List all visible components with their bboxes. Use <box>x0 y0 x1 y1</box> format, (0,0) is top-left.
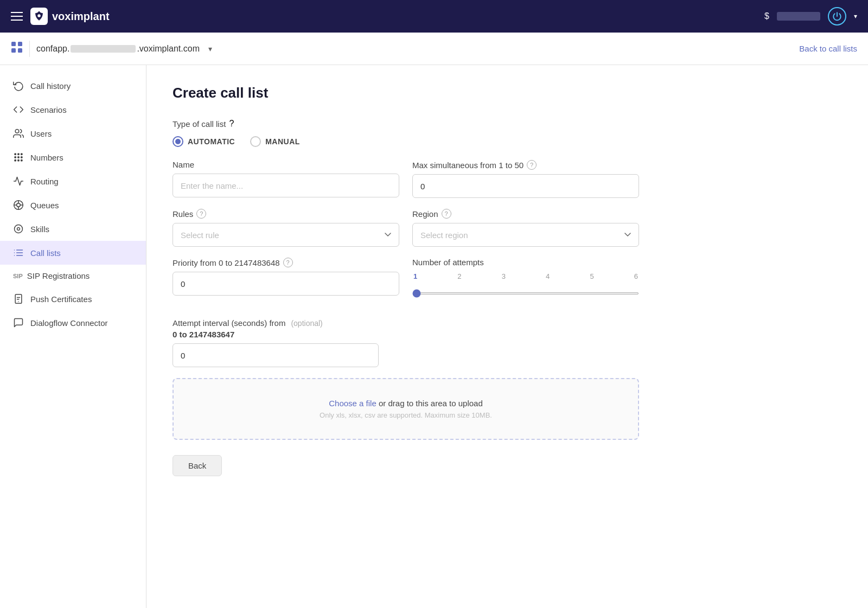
rules-select[interactable]: Select rule <box>173 223 399 247</box>
domain-chevron[interactable]: ▾ <box>208 44 212 53</box>
max-simultaneous-group: Max simultaneous from 1 to 50 ? <box>412 160 639 198</box>
power-button[interactable] <box>828 7 846 25</box>
priority-help-icon[interactable]: ? <box>283 258 293 267</box>
attempts-label-5: 5 <box>590 272 593 280</box>
radio-manual-circle <box>250 136 261 147</box>
sidebar-item-push-certificates[interactable]: Push Certificates <box>0 287 146 311</box>
attempt-interval-label: Attempt interval (seconds) from (optiona… <box>173 318 639 328</box>
svg-rect-3 <box>11 48 16 53</box>
svg-point-6 <box>15 153 16 155</box>
attempt-interval-range: 0 to 2147483647 <box>173 330 639 339</box>
upload-line1-suffix: or drag to this area to upload <box>379 399 483 408</box>
upload-link[interactable]: Choose a file <box>329 399 376 408</box>
attempts-slider-container: 1 2 3 4 5 6 <box>412 272 639 297</box>
svg-rect-4 <box>18 48 22 53</box>
svg-point-9 <box>15 157 16 158</box>
rules-select-wrapper: Select rule <box>173 223 399 247</box>
attempts-field-group: Number of attempts 1 2 3 4 5 6 <box>412 258 639 297</box>
sidebar-label-queues: Queues <box>30 201 59 210</box>
svg-point-5 <box>15 130 19 133</box>
sidebar-item-queues[interactable]: Queues <box>0 193 146 217</box>
sidebar-label-dialogflow: Dialogflow Connector <box>30 318 108 328</box>
rules-help-icon[interactable]: ? <box>196 209 206 219</box>
max-simultaneous-input[interactable] <box>412 174 639 198</box>
attempt-interval-input[interactable] <box>173 343 379 367</box>
header-right: $ ▾ <box>764 7 857 25</box>
sub-header-left: confapp..voximplant.com ▾ <box>11 41 212 57</box>
header-left: voximplant <box>11 8 110 25</box>
menu-icon[interactable] <box>11 12 23 21</box>
upload-area[interactable]: Choose a file or drag to this area to up… <box>173 378 639 440</box>
sidebar-item-sip-registrations[interactable]: SIP SIP Registrations <box>0 265 146 287</box>
attempts-label-1: 1 <box>413 272 417 280</box>
balance-display <box>777 12 820 21</box>
name-input[interactable] <box>173 174 399 197</box>
logo-icon <box>30 8 48 25</box>
main-content: Create call list Type of call list ? AUT… <box>146 65 868 608</box>
priority-input[interactable] <box>173 272 399 296</box>
svg-point-21 <box>15 225 23 233</box>
svg-rect-29 <box>15 295 22 304</box>
region-field-group: Region ? Select region <box>412 209 639 247</box>
type-help-icon[interactable]: ? <box>229 119 234 129</box>
svg-point-16 <box>17 203 21 207</box>
attempts-slider-labels: 1 2 3 4 5 6 <box>412 272 639 280</box>
attempts-label-4: 4 <box>546 272 550 280</box>
attempts-label-2: 2 <box>457 272 461 280</box>
attempts-slider[interactable] <box>412 292 639 295</box>
dollar-sign: $ <box>764 11 769 21</box>
account-chevron[interactable]: ▾ <box>854 12 857 20</box>
sip-text-icon: SIP <box>13 273 23 279</box>
vertical-divider <box>29 41 30 57</box>
svg-rect-1 <box>11 42 16 46</box>
sidebar-item-numbers[interactable]: Numbers <box>0 145 146 169</box>
back-button[interactable]: Back <box>173 455 222 476</box>
max-simultaneous-help-icon[interactable]: ? <box>527 160 537 170</box>
attempts-label-6: 6 <box>634 272 638 280</box>
sidebar-label-sip: SIP Registrations <box>27 271 90 280</box>
upload-line1: Choose a file or drag to this area to up… <box>184 399 627 408</box>
radio-manual-label: MANUAL <box>265 137 300 146</box>
back-to-call-lists-link[interactable]: Back to call lists <box>799 44 857 53</box>
radio-automatic-circle <box>173 136 183 147</box>
svg-rect-2 <box>18 42 22 46</box>
sidebar-label-users: Users <box>30 129 52 138</box>
svg-point-10 <box>18 157 20 158</box>
optional-text: (optional) <box>291 319 322 328</box>
sidebar-item-dialogflow[interactable]: Dialogflow Connector <box>0 311 146 335</box>
priority-label: Priority from 0 to 2147483648 ? <box>173 258 399 267</box>
sidebar-item-routing[interactable]: Routing <box>0 169 146 193</box>
type-of-call-list-label: Type of call list <box>173 119 226 129</box>
create-call-list-form: Create call list Type of call list ? AUT… <box>173 85 639 476</box>
app-domain: confapp..voximplant.com <box>36 44 200 54</box>
rules-field-group: Rules ? Select rule <box>173 209 399 247</box>
region-help-icon[interactable]: ? <box>442 209 451 219</box>
sidebar-item-users[interactable]: Users <box>0 121 146 145</box>
priority-attempts-row: Priority from 0 to 2147483648 ? Number o… <box>173 258 639 308</box>
rules-region-row: Rules ? Select rule Region ? <box>173 209 639 247</box>
sidebar-label-push: Push Certificates <box>30 295 92 304</box>
radio-automatic[interactable]: AUTOMATIC <box>173 136 235 147</box>
sidebar-item-skills[interactable]: Skills <box>0 217 146 241</box>
attempts-label: Number of attempts <box>412 258 639 267</box>
region-select[interactable]: Select region <box>412 223 639 247</box>
sidebar-label-call-history: Call history <box>30 81 71 91</box>
sidebar-label-routing: Routing <box>30 177 59 186</box>
max-simultaneous-label: Max simultaneous from 1 to 50 ? <box>412 160 639 170</box>
sidebar-label-scenarios: Scenarios <box>30 105 67 114</box>
sidebar-item-call-lists[interactable]: Call lists <box>0 241 146 265</box>
rules-label: Rules ? <box>173 209 399 219</box>
app-grid-icon[interactable] <box>11 41 23 56</box>
sidebar-item-call-history[interactable]: Call history <box>0 74 146 98</box>
name-label: Name <box>173 160 399 169</box>
sidebar-item-scenarios[interactable]: Scenarios <box>0 98 146 121</box>
priority-field-group: Priority from 0 to 2147483648 ? <box>173 258 399 308</box>
svg-point-22 <box>17 228 20 231</box>
main-layout: Call history Scenarios Users <box>0 65 868 608</box>
svg-point-13 <box>18 160 20 162</box>
radio-manual[interactable]: MANUAL <box>250 136 300 147</box>
attempt-interval-group: Attempt interval (seconds) from (optiona… <box>173 318 639 367</box>
page-title: Create call list <box>173 85 639 101</box>
svg-point-11 <box>21 157 23 158</box>
svg-point-0 <box>37 14 41 17</box>
